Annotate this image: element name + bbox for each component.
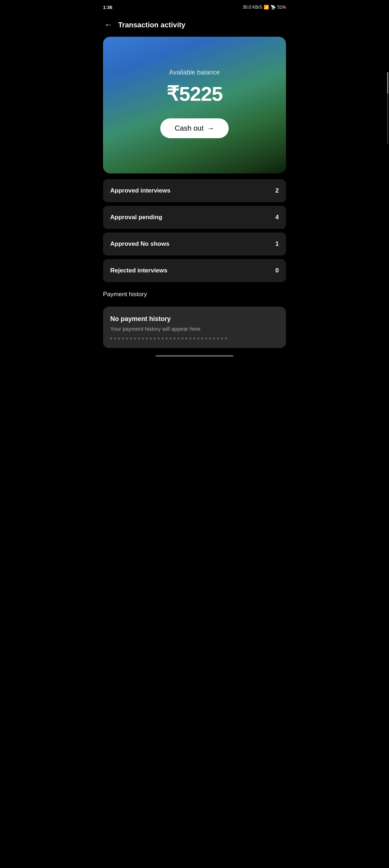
stat-value: 0 bbox=[276, 267, 279, 274]
payment-history-title: Payment history bbox=[103, 291, 286, 298]
stat-value: 4 bbox=[276, 214, 279, 221]
stat-row[interactable]: Approved interviews2 bbox=[103, 179, 286, 202]
dots-decoration bbox=[110, 338, 279, 339]
balance-card: Available balance ₹5225 Cash out → bbox=[103, 37, 286, 173]
cash-out-label: Cash out bbox=[175, 124, 204, 132]
status-time: 1:36 bbox=[103, 5, 112, 10]
cash-out-arrow-icon: → bbox=[207, 124, 214, 132]
status-signal-icon: 📡 bbox=[270, 5, 276, 10]
stat-value: 2 bbox=[276, 187, 279, 194]
no-payment-card: No payment history Your payment history … bbox=[103, 307, 286, 348]
no-payment-title: No payment history bbox=[110, 315, 279, 323]
back-arrow-icon: ← bbox=[104, 20, 112, 30]
stat-value: 1 bbox=[276, 240, 279, 248]
header: ← Transaction activity bbox=[97, 14, 292, 37]
stat-row[interactable]: Approved No shows1 bbox=[103, 232, 286, 256]
status-right: 30.0 KB/S 📶 📡 51% bbox=[243, 5, 286, 10]
stat-row[interactable]: Rejected interviews0 bbox=[103, 259, 286, 282]
home-indicator bbox=[156, 355, 233, 357]
stat-label: Approved interviews bbox=[110, 187, 170, 194]
back-button[interactable]: ← bbox=[103, 19, 114, 31]
status-wifi-icon: 📶 bbox=[264, 5, 269, 10]
status-battery: 51% bbox=[277, 5, 286, 10]
status-bar: 1:36 30.0 KB/S 📶 📡 51% bbox=[97, 0, 292, 14]
status-network: 30.0 KB/S bbox=[243, 5, 262, 10]
page-title: Transaction activity bbox=[118, 21, 185, 29]
no-payment-subtitle: Your payment history will appear here bbox=[110, 326, 279, 332]
cash-out-button[interactable]: Cash out → bbox=[160, 118, 229, 138]
balance-amount: ₹5225 bbox=[166, 82, 223, 105]
balance-label: Available balance bbox=[169, 69, 220, 76]
stat-row[interactable]: Approval pending4 bbox=[103, 206, 286, 229]
stats-container: Approved interviews2Approval pending4App… bbox=[103, 179, 286, 282]
stat-label: Approval pending bbox=[110, 214, 162, 221]
stat-label: Rejected interviews bbox=[110, 267, 167, 274]
stat-label: Approved No shows bbox=[110, 240, 169, 248]
payment-history-section: Payment history bbox=[97, 282, 292, 307]
